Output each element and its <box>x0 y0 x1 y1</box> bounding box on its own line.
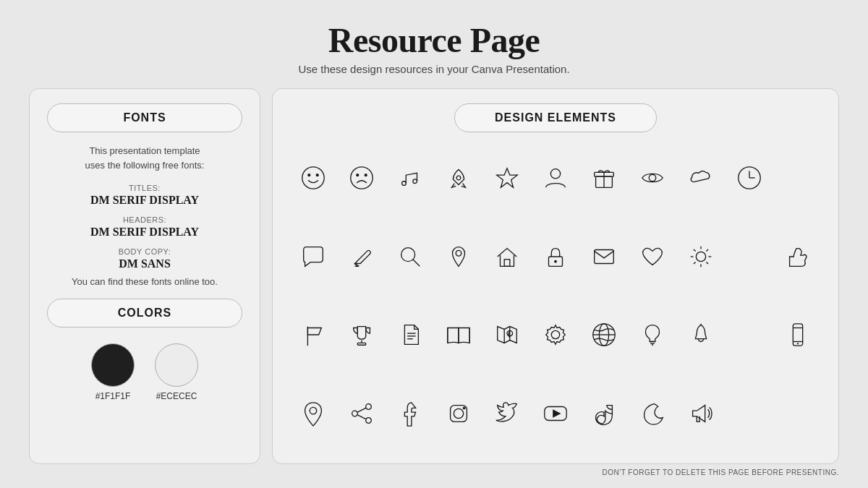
svg-point-5 <box>365 174 367 176</box>
font-category-headers: HEADERS: DM SERIF DISPLAY <box>47 213 242 239</box>
svg-rect-57 <box>793 324 802 346</box>
font-name-headers: DM SERIF DISPLAY <box>47 226 242 239</box>
svg-point-3 <box>351 167 373 189</box>
icon-clock <box>728 142 770 214</box>
svg-point-4 <box>357 174 359 176</box>
icon-globe <box>583 299 624 371</box>
svg-point-28 <box>696 252 705 261</box>
icon-thumbsup <box>777 221 818 293</box>
icon-moon <box>631 378 673 450</box>
color-hex-light: #ECECEC <box>156 391 197 401</box>
svg-point-8 <box>456 176 461 180</box>
icon-bulb <box>631 299 673 371</box>
color-swatch-dark: #1F1F1F <box>91 343 135 401</box>
svg-point-1 <box>308 174 310 176</box>
icon-location <box>293 378 334 450</box>
icon-instagram <box>438 378 480 450</box>
svg-line-22 <box>413 260 420 267</box>
page-subtitle: Use these design resources in your Canva… <box>298 63 569 75</box>
icon-placeholder-3 <box>728 299 770 371</box>
right-panel: DESIGN ELEMENTS <box>272 88 839 464</box>
svg-line-33 <box>694 249 696 252</box>
svg-point-69 <box>463 406 466 409</box>
icon-gear <box>535 299 576 371</box>
color-swatch-light: #ECECEC <box>155 343 198 401</box>
svg-rect-39 <box>358 343 366 346</box>
svg-rect-27 <box>595 249 614 263</box>
icon-chat <box>293 221 334 293</box>
icon-placeholder-4 <box>728 378 770 450</box>
icon-smiley <box>293 142 334 214</box>
page-header: Resource Page Use these design resources… <box>298 20 569 75</box>
fonts-description: This presentation templateuses the follo… <box>47 144 242 172</box>
icon-youtube <box>535 378 576 450</box>
icon-heart <box>631 221 673 293</box>
icon-bell <box>680 299 721 371</box>
svg-point-68 <box>454 408 464 418</box>
icon-search <box>390 221 431 293</box>
icon-sad <box>341 142 383 214</box>
svg-point-26 <box>554 260 557 263</box>
color-circle-dark <box>91 343 135 387</box>
icon-eye <box>631 142 673 214</box>
svg-line-34 <box>706 262 708 264</box>
svg-point-49 <box>551 331 559 339</box>
icon-tiktok <box>583 378 624 450</box>
color-hex-dark: #1F1F1F <box>95 391 131 401</box>
icon-megaphone <box>680 378 721 450</box>
colors-section: COLORS #1F1F1F #ECECEC <box>47 299 242 408</box>
icon-rocket <box>438 142 480 214</box>
svg-point-61 <box>310 407 318 414</box>
footer-note: DON'T FORGET TO DELETE THIS PAGE BEFORE … <box>29 468 839 476</box>
left-panel: FONTS This presentation templateuses the… <box>29 88 260 464</box>
svg-point-63 <box>352 411 358 416</box>
font-name-body: DM SANS <box>47 257 242 270</box>
icon-share <box>341 378 383 450</box>
icon-lock <box>535 221 576 293</box>
icon-placeholder-1 <box>777 142 818 214</box>
svg-point-60 <box>796 343 798 344</box>
svg-point-23 <box>456 250 461 256</box>
svg-line-35 <box>706 249 708 252</box>
icons-grid <box>293 142 818 449</box>
icon-gift <box>583 142 624 214</box>
icon-music <box>390 142 431 214</box>
svg-point-6 <box>402 181 407 186</box>
icon-phone <box>777 299 818 371</box>
right-header: DESIGN ELEMENTS <box>293 103 818 132</box>
font-category-body: BODY COPY: DM SANS <box>47 244 242 270</box>
svg-line-36 <box>694 262 696 264</box>
font-name-titles: DM SERIF DISPLAY <box>47 194 242 207</box>
svg-point-0 <box>302 167 324 189</box>
icon-cloud <box>680 142 721 214</box>
svg-rect-24 <box>504 260 510 267</box>
svg-line-65 <box>358 408 366 412</box>
fonts-section-header: FONTS <box>47 103 242 132</box>
fonts-note: You can find these fonts online too. <box>47 276 242 287</box>
icon-flag <box>293 299 334 371</box>
colors-section-header: COLORS <box>47 299 242 328</box>
design-elements-header: DESIGN ELEMENTS <box>454 103 657 132</box>
page-title: Resource Page <box>298 20 569 60</box>
fonts-info: This presentation templateuses the follo… <box>47 144 242 287</box>
icon-pencil <box>341 221 383 293</box>
svg-point-62 <box>366 403 372 409</box>
svg-line-66 <box>358 415 366 419</box>
icon-star <box>487 142 528 214</box>
icon-trophy <box>341 299 383 371</box>
icon-book <box>438 299 480 371</box>
icon-facebook <box>390 378 431 450</box>
svg-marker-9 <box>497 168 518 188</box>
svg-marker-71 <box>553 409 561 417</box>
svg-point-2 <box>317 174 319 176</box>
icon-document <box>390 299 431 371</box>
font-category-titles: TITLES: DM SERIF DISPLAY <box>47 181 242 207</box>
svg-point-64 <box>366 417 372 423</box>
icon-user <box>535 142 576 214</box>
icon-placeholder-2 <box>728 221 770 293</box>
icon-pin <box>438 221 480 293</box>
svg-point-10 <box>550 169 560 179</box>
icon-sun <box>680 221 721 293</box>
svg-point-14 <box>649 175 656 182</box>
icon-house <box>487 221 528 293</box>
